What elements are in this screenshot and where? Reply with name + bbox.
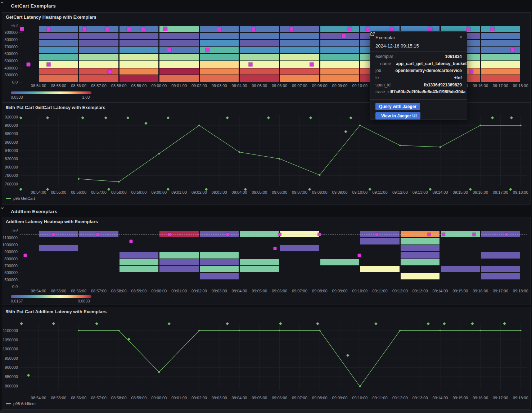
data-point[interactable] <box>78 178 80 180</box>
exemplar-diamond[interactable] <box>368 188 371 190</box>
exemplar-diamond[interactable] <box>427 322 429 325</box>
exemplar-marker[interactable] <box>20 27 24 31</box>
exemplar-marker[interactable] <box>342 34 346 38</box>
section-header-getcart[interactable]: GetCart Exemplars <box>0 0 532 11</box>
exemplar-diamond[interactable] <box>144 122 147 125</box>
exemplar-marker[interactable] <box>366 27 370 31</box>
exemplar-diamond[interactable] <box>127 338 130 341</box>
exemplar-diamond[interactable] <box>104 116 107 119</box>
exemplar-marker[interactable] <box>46 27 50 31</box>
exemplar-diamond[interactable] <box>469 188 472 190</box>
legend-item-p95-getcart[interactable]: p95 GetCart <box>6 196 35 201</box>
exemplar-marker[interactable] <box>510 48 514 52</box>
exemplar-diamond[interactable] <box>167 322 170 325</box>
section-header-additem[interactable]: AddItem Exemplars <box>0 206 532 217</box>
exemplar-marker[interactable] <box>442 233 445 236</box>
exemplar-diamond[interactable] <box>46 188 49 190</box>
exemplar-diamond[interactable] <box>81 116 84 119</box>
data-point[interactable] <box>158 153 160 155</box>
exemplar-marker[interactable] <box>505 233 508 236</box>
exemplar-diamond[interactable] <box>52 322 55 325</box>
exemplar-marker[interactable] <box>466 27 470 31</box>
data-point[interactable] <box>118 330 120 332</box>
exemplar-diamond[interactable] <box>226 116 229 119</box>
data-point[interactable] <box>118 181 120 183</box>
exemplar-marker[interactable] <box>105 27 109 31</box>
exemplar-diamond[interactable] <box>429 188 432 190</box>
exemplar-diamond[interactable] <box>443 322 446 325</box>
exemplar-diamond[interactable] <box>374 322 377 325</box>
exemplar-marker[interactable] <box>358 253 361 257</box>
exemplar-marker[interactable] <box>205 48 209 52</box>
exemplar-marker[interactable] <box>375 233 379 236</box>
exemplar-diamond[interactable] <box>95 322 98 325</box>
panel-title[interactable]: 95th Pct Cart AddItem Latency with Exemp… <box>6 309 107 314</box>
data-point[interactable] <box>359 125 361 126</box>
view-in-jaeger-ui-button[interactable]: View in Jaeger UI <box>375 112 420 120</box>
exemplar-marker[interactable] <box>428 233 431 236</box>
scrollbar-track[interactable] <box>0 410 532 413</box>
panel-title[interactable]: AddItem Latency Heatmap with Exemplars <box>6 219 98 224</box>
exemplar-marker[interactable] <box>167 233 171 236</box>
exemplar-diamond[interactable] <box>46 116 49 119</box>
exemplar-diamond[interactable] <box>27 374 30 377</box>
exemplar-marker[interactable] <box>278 233 281 236</box>
data-point[interactable] <box>399 145 401 147</box>
exemplar-diamond[interactable] <box>20 322 23 325</box>
data-point[interactable] <box>279 330 280 332</box>
exemplar-diamond[interactable] <box>126 116 129 119</box>
exemplar-diamond[interactable] <box>107 188 110 190</box>
exemplar-diamond[interactable] <box>503 322 506 325</box>
exemplar-diamond[interactable] <box>346 354 349 357</box>
exemplar-diamond[interactable] <box>308 188 311 190</box>
data-point[interactable] <box>319 174 321 176</box>
exemplar-marker[interactable] <box>27 62 31 66</box>
exemplar-diamond[interactable] <box>226 322 229 325</box>
exemplar-marker[interactable] <box>472 233 475 236</box>
exemplar-marker[interactable] <box>317 233 321 236</box>
exemplar-marker[interactable] <box>129 240 132 243</box>
exemplar-marker[interactable] <box>290 27 294 31</box>
exemplar-diamond[interactable] <box>471 322 474 325</box>
exemplar-marker[interactable] <box>273 247 276 250</box>
data-point[interactable] <box>319 330 321 332</box>
exemplar-marker[interactable] <box>469 69 473 73</box>
data-point[interactable] <box>439 330 441 332</box>
exemplar-marker[interactable] <box>226 233 229 236</box>
data-point[interactable] <box>198 125 200 126</box>
exemplar-diamond[interactable] <box>491 116 494 119</box>
exemplar-diamond[interactable] <box>267 116 270 119</box>
data-point[interactable] <box>158 371 160 373</box>
exemplar-marker[interactable] <box>83 27 87 31</box>
legend-item-p95-additem[interactable]: p95 AddItem <box>6 401 36 406</box>
exemplar-marker[interactable] <box>348 27 352 31</box>
exemplar-diamond[interactable] <box>349 116 352 119</box>
exemplar-diamond[interactable] <box>167 116 170 119</box>
data-point[interactable] <box>479 330 481 332</box>
exemplar-marker[interactable] <box>491 27 495 31</box>
data-point[interactable] <box>439 146 441 148</box>
exemplar-diamond[interactable] <box>316 322 319 325</box>
data-point[interactable] <box>198 330 200 332</box>
exemplar-diamond[interactable] <box>510 116 513 119</box>
exemplar-marker[interactable] <box>217 27 221 31</box>
exemplar-marker[interactable] <box>252 27 256 31</box>
exemplar-marker[interactable] <box>248 62 252 66</box>
exemplar-diamond[interactable] <box>309 116 312 119</box>
exemplar-marker[interactable] <box>428 27 432 31</box>
exemplar-diamond[interactable] <box>19 188 22 190</box>
exemplar-marker[interactable] <box>51 233 55 236</box>
exemplar-marker[interactable] <box>163 27 167 31</box>
panel-title[interactable]: 95th Pct Cart GetCart Latency with Exemp… <box>6 105 105 110</box>
close-icon[interactable]: × <box>458 34 464 40</box>
data-point[interactable] <box>359 386 361 387</box>
data-point[interactable] <box>279 158 280 160</box>
exemplar-diamond[interactable] <box>167 188 170 190</box>
exemplar-marker[interactable] <box>24 253 27 257</box>
data-point[interactable] <box>520 125 522 126</box>
exemplar-marker[interactable] <box>108 69 112 73</box>
exemplar-diamond[interactable] <box>19 116 22 119</box>
exemplar-marker[interactable] <box>141 27 145 31</box>
panel-title[interactable]: GetCart Latency Heatmap with Exemplars <box>6 15 96 20</box>
data-point[interactable] <box>399 330 401 332</box>
